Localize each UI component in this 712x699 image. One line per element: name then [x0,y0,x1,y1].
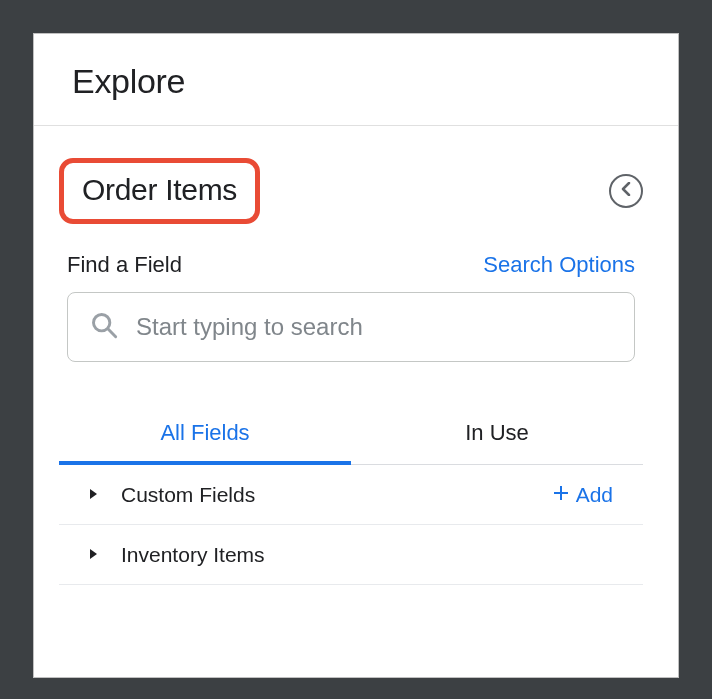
section-title-row: Order Items [59,158,643,224]
find-field-label: Find a Field [67,252,182,278]
caret-right-icon [89,486,99,504]
page-title: Explore [72,62,640,101]
search-box[interactable] [67,292,635,362]
add-label: Add [576,483,613,507]
svg-line-1 [108,329,116,337]
caret-right-icon [89,546,99,564]
search-input[interactable] [136,313,612,341]
collapse-button[interactable] [609,174,643,208]
section-body: Order Items Find a Field Search Options … [34,126,678,585]
panel-header: Explore [34,34,678,126]
section-title: Order Items [82,173,237,207]
row-label: Custom Fields [121,483,530,507]
field-groups-list: Custom Fields Add Inventory Items [59,465,643,585]
row-inventory-items[interactable]: Inventory Items [59,525,643,585]
tabs: All Fields In Use [59,420,643,465]
plus-icon [552,483,570,507]
chevron-left-icon [621,182,631,200]
row-custom-fields[interactable]: Custom Fields Add [59,465,643,525]
section-title-highlight: Order Items [59,158,260,224]
search-icon [90,311,118,343]
add-button[interactable]: Add [552,483,613,507]
tab-in-use[interactable]: In Use [351,420,643,464]
tab-all-fields[interactable]: All Fields [59,420,351,464]
row-label: Inventory Items [121,543,613,567]
explore-panel: Explore Order Items Find a Field Search … [33,33,679,678]
find-field-row: Find a Field Search Options [59,252,643,292]
search-options-link[interactable]: Search Options [483,252,635,278]
